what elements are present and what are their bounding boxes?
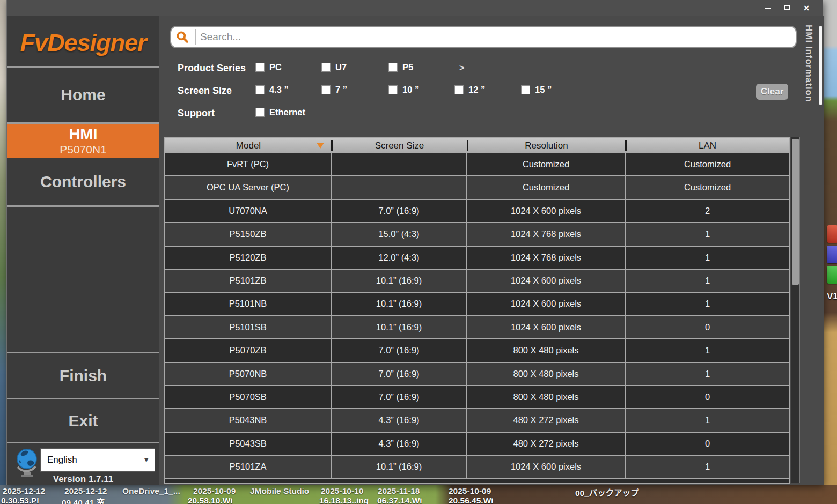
- cell-lan: 1: [626, 247, 789, 269]
- cell-model: U7070NA: [165, 200, 332, 222]
- sidebar-item-home[interactable]: Home: [7, 68, 159, 122]
- table-row[interactable]: P5070SB7.0” (16:9)800 X 480 pixels0: [165, 386, 789, 409]
- checkbox[interactable]: [388, 63, 398, 72]
- filter-option-label: PC: [269, 62, 282, 72]
- column-divider: [331, 140, 333, 151]
- checkbox[interactable]: [255, 108, 265, 117]
- desktop-label-v1: V1: [827, 291, 837, 302]
- checkbox[interactable]: [321, 85, 331, 94]
- clear-button[interactable]: Clear: [756, 84, 788, 100]
- table-row[interactable]: P5101SB10.1” (16:9)1024 X 600 pixels0: [165, 316, 789, 339]
- sidebar-item-exit[interactable]: Exit: [7, 400, 159, 442]
- minimize-button[interactable]: [762, 4, 773, 12]
- checkbox[interactable]: [255, 85, 265, 94]
- search-icon: [175, 30, 190, 46]
- desktop-icon-blue[interactable]: [827, 246, 837, 263]
- table-row[interactable]: P5120ZB12.0” (4:3)1024 X 768 pixels1: [165, 247, 789, 270]
- desktop-file-label: 06.37.14.Wi: [377, 496, 422, 504]
- filter-option[interactable]: 15 ”: [521, 85, 552, 95]
- checkbox[interactable]: [521, 85, 530, 94]
- cell-resolution: Customized: [467, 176, 626, 198]
- filter-label: Screen Size: [178, 85, 232, 97]
- filter-option[interactable]: 4.3 ”: [255, 85, 289, 95]
- maximize-button[interactable]: [782, 4, 792, 12]
- cell-lan: 1: [626, 293, 789, 315]
- scrollbar-thumb[interactable]: [792, 139, 799, 285]
- cell-model: FvRT (PC): [165, 153, 332, 175]
- table-row[interactable]: U7070NA7.0” (16:9)1024 X 600 pixels2: [165, 200, 789, 223]
- hmi-information-label: HMI Information: [803, 25, 814, 102]
- desktop-file-label: 2025-11-18: [378, 486, 420, 496]
- cell-model: P5101NB: [165, 293, 332, 315]
- checkbox[interactable]: [255, 63, 265, 72]
- cell-model: P5120ZB: [165, 247, 332, 269]
- sidebar-item-controllers[interactable]: Controllers: [7, 158, 159, 205]
- column-divider: [625, 140, 627, 151]
- main-panel: Product SeriesPCU7P5>Screen Size4.3 ”7 ”…: [159, 16, 801, 485]
- filter-option-label: 15 ”: [535, 85, 552, 95]
- cell-lan: 0: [626, 433, 789, 455]
- desktop-bottom-strip: 2025-12-122025-12-12OneDrive_1_...2025-1…: [0, 485, 837, 504]
- screen: V1 2025-12-122025-12-12OneDrive_1_...202…: [0, 0, 837, 504]
- filter-option-label: 7 ”: [335, 85, 347, 95]
- cell-lan: Customized: [626, 153, 789, 175]
- table-row[interactable]: P5043SB4.3” (16:9)480 X 272 pixels0: [165, 433, 789, 456]
- table-row[interactable]: P5070NB7.0” (16:9)800 X 480 pixels1: [165, 363, 789, 386]
- checkbox[interactable]: [321, 63, 331, 72]
- table-row[interactable]: P5150ZB15.0” (4:3)1024 X 768 pixels1: [165, 223, 789, 246]
- filter-option-label: P5: [402, 62, 413, 72]
- column-header-resolution[interactable]: Resolution: [467, 138, 626, 153]
- globe-icon: [11, 445, 41, 477]
- table-row[interactable]: P5101NB10.1” (16:9)1024 X 600 pixels1: [165, 293, 789, 316]
- cell-screen_size: 7.0” (16:9): [332, 386, 467, 408]
- cell-screen_size: 10.1” (16:9): [332, 316, 467, 338]
- maximize-icon: [784, 5, 790, 10]
- cell-screen_size: 10.1” (16:9): [332, 293, 467, 315]
- cell-screen_size: [332, 176, 467, 198]
- table-row[interactable]: P5070ZB7.0” (16:9)800 X 480 pixels1: [165, 339, 789, 362]
- cell-resolution: 1024 X 600 pixels: [467, 293, 626, 315]
- search-input[interactable]: [200, 28, 785, 45]
- table-row[interactable]: P5101ZA10.1” (16:9)1024 X 600 pixels1: [165, 456, 789, 479]
- cell-screen_size: 10.1” (16:9): [332, 456, 467, 478]
- more-options-arrow[interactable]: >: [459, 63, 464, 73]
- sort-descending-icon: [317, 143, 324, 149]
- cell-resolution: Customized: [467, 153, 626, 175]
- cell-resolution: 1024 X 600 pixels: [467, 270, 626, 292]
- table-scrollbar[interactable]: [791, 137, 800, 483]
- desktop-icon-red[interactable]: [827, 225, 837, 243]
- sidebar-item-finish[interactable]: Finish: [7, 353, 159, 398]
- sidebar-item-hmi[interactable]: HMI P5070N1: [7, 124, 159, 158]
- table-row[interactable]: P5101ZB10.1” (16:9)1024 X 600 pixels1: [165, 270, 789, 293]
- filter-option[interactable]: P5: [388, 62, 413, 72]
- language-select[interactable]: English ▼: [40, 448, 155, 472]
- table-row[interactable]: OPC UA Server (PC)CustomizedCustomized: [165, 176, 789, 199]
- cell-model: P5043SB: [165, 433, 332, 455]
- cell-screen_size: 10.1” (16:9): [332, 270, 467, 292]
- column-header-model[interactable]: Model: [165, 138, 332, 153]
- hmi-information-tab[interactable]: HMI Information: [801, 16, 824, 485]
- filter-option[interactable]: 10 ”: [388, 85, 419, 95]
- checkbox[interactable]: [454, 85, 464, 94]
- desktop-icon-green[interactable]: [827, 266, 837, 284]
- column-header-lan[interactable]: LAN: [626, 138, 789, 153]
- checkbox[interactable]: [388, 85, 398, 94]
- cell-resolution: 480 X 272 pixels: [467, 409, 626, 431]
- filter-option[interactable]: PC: [255, 62, 282, 72]
- desktop-file-label: 16.18.13..ing: [319, 496, 369, 504]
- filter-option[interactable]: 7 ”: [321, 85, 347, 95]
- cell-model: P5101ZA: [165, 456, 332, 478]
- cell-resolution: 800 X 480 pixels: [467, 386, 626, 408]
- column-header-screen_size[interactable]: Screen Size: [332, 138, 467, 153]
- cell-screen_size: 7.0” (16:9): [332, 363, 467, 385]
- filter-option[interactable]: U7: [321, 62, 347, 72]
- titlebar[interactable]: ✕: [7, 0, 823, 16]
- close-button[interactable]: ✕: [801, 4, 812, 12]
- filter-option[interactable]: Ethernet: [255, 107, 305, 117]
- table-row[interactable]: FvRT (PC)CustomizedCustomized: [165, 153, 789, 176]
- table-row[interactable]: P5043NB4.3” (16:9)480 X 272 pixels1: [165, 409, 789, 432]
- table-header: ModelScreen SizeResolutionLAN: [165, 138, 789, 153]
- filter-option[interactable]: 12 ”: [454, 85, 485, 95]
- cell-resolution: 1024 X 600 pixels: [467, 316, 626, 338]
- cell-resolution: 1024 X 768 pixels: [467, 247, 626, 269]
